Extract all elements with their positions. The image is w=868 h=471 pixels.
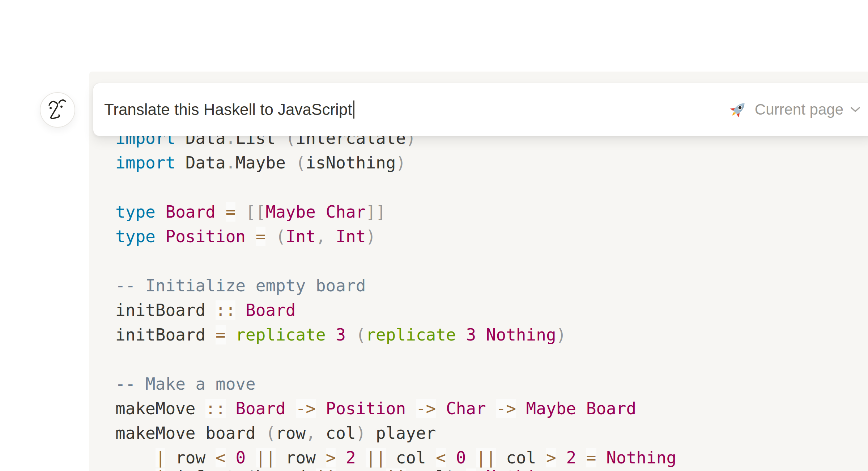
code-line: makeMove :: Board -> Position -> Char ->…	[115, 396, 676, 421]
ai-prompt-bar[interactable]: Translate this Haskell to JavaScript Cur…	[93, 83, 868, 136]
code-line: | row < 0 || row > 2 || col < 0 || col >…	[115, 445, 676, 470]
code-line: type Board = [[Maybe Char]]	[115, 200, 676, 224]
text-cursor	[353, 100, 354, 119]
rocket-icon	[728, 99, 748, 120]
code-line: -- Initialize empty board	[115, 273, 676, 298]
code-line: -- Make a move	[115, 372, 676, 396]
notion-ai-face-icon	[48, 99, 67, 121]
code-line: makeMove board (row, col) player	[115, 421, 676, 445]
ai-assistant-button[interactable]	[40, 92, 75, 128]
scope-selector[interactable]: Current page	[728, 99, 861, 120]
code-line: initBoard = replicate 3 (replicate 3 Not…	[115, 322, 676, 347]
code-line: import Data.Maybe (isNothing)	[115, 150, 676, 175]
chevron-down-icon	[850, 106, 861, 114]
code-peek-line: | isJust (board !! row !! col) = Nothing	[115, 468, 556, 471]
code-lines: import Data.List (intercalate)import Dat…	[115, 126, 676, 470]
code-line	[115, 175, 676, 200]
code-line: type Position = (Int, Int)	[115, 224, 676, 249]
ai-prompt-input[interactable]: Translate this Haskell to JavaScript	[104, 100, 352, 119]
code-line	[115, 249, 676, 273]
scope-selector-label: Current page	[755, 101, 843, 118]
code-line	[115, 347, 676, 372]
code-line: initBoard :: Board	[115, 298, 676, 322]
